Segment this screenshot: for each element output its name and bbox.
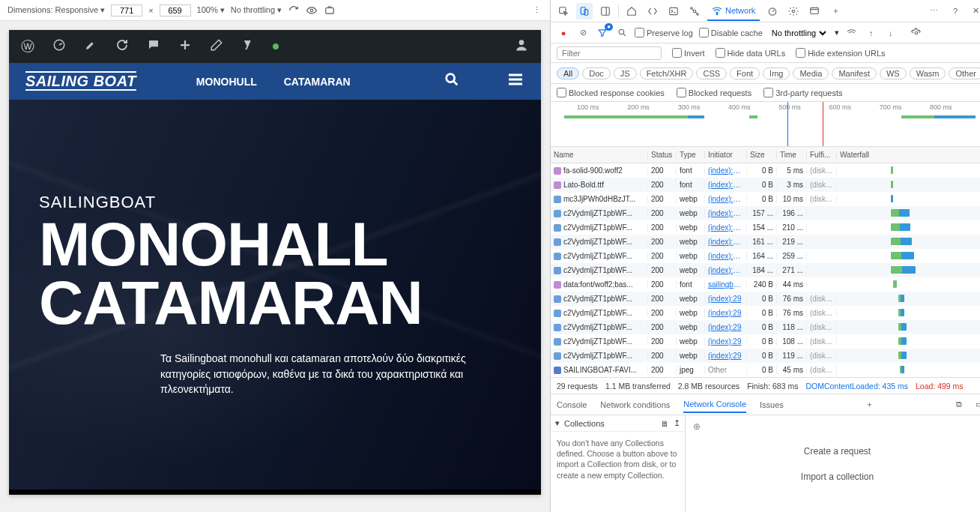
settings-icon[interactable] (910, 26, 923, 40)
initiator-link[interactable]: (index):29 (705, 295, 747, 303)
request-row[interactable]: c2VydmljZT1pbWF...200webp(index):12...16… (551, 249, 980, 263)
new-file-icon[interactable]: 🗎 (661, 419, 669, 428)
request-row[interactable]: c2VydmljZT1pbWF...200webp(index):12...15… (551, 220, 980, 235)
column-header[interactable]: Name (551, 151, 648, 159)
initiator-link[interactable]: (index):12... (705, 266, 747, 274)
elements-tab-icon[interactable] (644, 3, 661, 19)
import-har-icon[interactable]: ↑ (865, 26, 878, 40)
initiator-link[interactable]: (index):12... (705, 181, 747, 189)
performance-tab-icon[interactable] (764, 3, 781, 19)
drawer-tab-network-conditions[interactable]: Network conditions (600, 397, 670, 412)
request-row[interactable]: c2VydmljZT1pbWF...200webp(index):12...18… (551, 263, 980, 277)
type-pill-all[interactable]: All (557, 67, 579, 79)
record-icon[interactable]: ● (557, 26, 570, 40)
network-throttle-select[interactable]: No throttling (769, 28, 829, 38)
request-row[interactable]: c2VydmljZT1pbWF...200webp(index):12...16… (551, 235, 980, 249)
initiator-link[interactable]: (index):12... (705, 223, 747, 232)
edit-icon[interactable] (210, 38, 223, 55)
wordpress-icon[interactable]: ⓦ (21, 37, 34, 55)
yoast-icon[interactable] (241, 38, 255, 55)
application-tab-icon[interactable] (806, 3, 823, 19)
request-row[interactable]: c2VydmljZT1pbWF...200webp(index):290 B11… (551, 320, 980, 334)
request-row[interactable]: c2VydmljZT1pbWF...200webp(index):12...15… (551, 206, 980, 220)
collections-header[interactable]: ▾Collections 🗎 ↥ (551, 415, 685, 432)
dock-icon[interactable] (597, 3, 614, 19)
help-icon[interactable]: ? (947, 3, 964, 19)
initiator-link[interactable]: (index):12... (705, 238, 747, 246)
add-drawer-tab-icon[interactable]: ＋ (865, 399, 874, 410)
screenshot-icon[interactable] (324, 4, 336, 16)
eye-icon[interactable] (306, 4, 318, 16)
inspect-icon[interactable] (555, 3, 572, 19)
initiator-link[interactable]: sailingbo... (705, 280, 747, 289)
request-row[interactable]: c2VydmljZT1pbWF...200webp(index):290 B76… (551, 292, 980, 306)
new-icon[interactable] (178, 38, 192, 55)
initiator-link[interactable]: (index):12... (705, 252, 747, 260)
type-pill-doc[interactable]: Doc (582, 67, 611, 79)
drawer-tab-issues[interactable]: Issues (760, 397, 784, 412)
viewport-width-input[interactable] (111, 4, 142, 16)
network-tab[interactable]: Network (707, 1, 760, 21)
drawer-dock-icon[interactable]: ⧉ (956, 400, 962, 409)
type-pill-media[interactable]: Media (793, 67, 829, 79)
type-pill-ws[interactable]: WS (880, 67, 907, 79)
request-row[interactable]: c2VydmljZT1pbWF...200webp(index):290 B11… (551, 349, 980, 363)
memory-tab-icon[interactable] (785, 3, 802, 19)
site-logo[interactable]: SAILING BOAT (25, 73, 136, 90)
hide-extension-urls-checkbox[interactable]: Hide extension URLs (796, 48, 885, 58)
hamburger-icon[interactable] (506, 70, 524, 92)
drawer-expand-icon[interactable]: ▭ (976, 400, 980, 409)
initiator-link[interactable]: (index):12... (705, 209, 747, 217)
type-pill-font[interactable]: Font (730, 67, 760, 79)
type-pill-other[interactable]: Other (949, 67, 980, 79)
blocked-requests-checkbox[interactable]: Blocked requests (677, 88, 751, 97)
column-header[interactable]: Status (648, 151, 677, 159)
initiator-link[interactable]: (index):29 (705, 337, 747, 346)
type-pill-css[interactable]: CSS (696, 67, 727, 79)
rotate-icon[interactable] (288, 4, 300, 16)
request-row[interactable]: c2VydmljZT1pbWF...200webp(index):290 B10… (551, 334, 980, 349)
dashboard-icon[interactable] (52, 38, 66, 55)
column-header[interactable]: Initiator (705, 151, 747, 159)
network-conditions-icon[interactable] (845, 26, 859, 40)
column-header[interactable]: Waterfall (837, 151, 980, 159)
search-icon[interactable] (615, 26, 629, 40)
initiator-link[interactable]: (index):29 (705, 352, 747, 360)
initiator-link[interactable]: (index):29 (705, 309, 747, 317)
request-row[interactable]: Lato-Bold.ttf200font(index):12...0 B3 ms… (551, 178, 980, 192)
viewport-height-input[interactable] (160, 4, 191, 16)
export-har-icon[interactable]: ↓ (884, 26, 898, 40)
invert-checkbox[interactable]: Invert (672, 48, 705, 58)
close-devtools-icon[interactable]: ✕ (968, 3, 980, 19)
request-row[interactable]: SAILINGBOAT-FAVI...200jpegOther0 B45 ms(… (551, 363, 980, 377)
updates-icon[interactable] (115, 38, 129, 55)
type-pill-wasm[interactable]: Wasm (910, 67, 946, 79)
add-tab-icon[interactable]: ＋ (827, 3, 844, 19)
blocked-cookies-checkbox[interactable]: Blocked response cookies (557, 88, 665, 97)
welcome-tab-icon[interactable] (623, 3, 640, 19)
search-icon[interactable] (444, 71, 460, 91)
import-collection-link[interactable]: Import a collection (801, 472, 874, 482)
dimensions-select[interactable]: Dimensions: Responsive ▾ (7, 5, 105, 15)
more-icon[interactable]: ⋮ (530, 4, 542, 16)
request-row[interactable]: c2VydmljZT1pbWF...200webp(index):290 B76… (551, 306, 980, 320)
new-request-icon[interactable]: ⊕ (693, 421, 701, 432)
device-toggle-icon[interactable] (576, 3, 593, 19)
drawer-tab-network-console[interactable]: Network Console (683, 397, 746, 413)
more-tools-icon[interactable]: ⋯ (926, 3, 943, 19)
initiator-link[interactable]: (index):12... (705, 195, 747, 203)
third-party-checkbox[interactable]: 3rd-party requests (763, 88, 842, 97)
type-pill-js[interactable]: JS (614, 67, 637, 79)
clear-icon[interactable]: ⊘ (576, 26, 590, 40)
console-tab-icon[interactable] (665, 3, 682, 19)
upload-icon[interactable]: ↥ (674, 418, 680, 428)
preserve-log-checkbox[interactable]: Preserve log (635, 28, 693, 37)
column-header[interactable]: Time (777, 151, 807, 159)
disable-cache-checkbox[interactable]: Disable cache (699, 28, 763, 37)
filter-input[interactable] (557, 46, 662, 60)
device-throttle-select[interactable]: No throttling ▾ (231, 5, 282, 15)
comments-icon[interactable] (147, 38, 160, 55)
customize-icon[interactable] (84, 38, 97, 55)
column-header[interactable]: Fulfi... (807, 151, 837, 159)
overview-timeline[interactable]: 100 ms200 ms300 ms400 ms500 ms600 ms700 … (551, 102, 980, 147)
